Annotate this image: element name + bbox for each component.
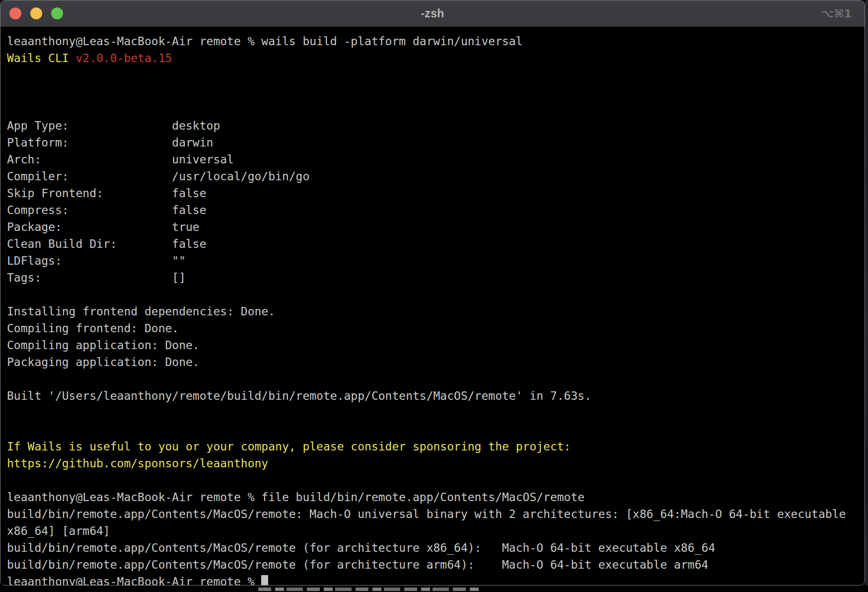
terminal-line: Built '/Users/leaanthony/remote/build/bi… — [7, 387, 865, 404]
terminal-text-segment: build/bin/remote.app/Contents/MacOS/remo… — [7, 541, 715, 554]
terminal-text-segment: https://github.com/sponsors/leaanthony — [7, 457, 268, 470]
terminal-line: If Wails is useful to you or your compan… — [7, 438, 865, 455]
terminal-line: Tags: [] — [7, 269, 865, 286]
terminal-text-segment: Packaging application: Done. — [7, 356, 200, 369]
terminal-text-segment: Compiler: /usr/local/go/bin/go — [7, 170, 309, 183]
terminal-line: Platform: darwin — [7, 134, 865, 151]
terminal-text-segment: leaanthony@Leas-MacBook-Air remote % fil… — [7, 491, 584, 504]
terminal-text-segment: leaanthony@Leas-MacBook-Air remote % wai… — [7, 35, 523, 48]
terminal-line: build/bin/remote.app/Contents/MacOS/remo… — [7, 539, 865, 556]
background-window-sliver-bottom — [0, 586, 868, 592]
terminal-text-segment: Package: true — [7, 221, 200, 233]
terminal-line: Wails CLI v2.0.0-beta.15 — [7, 50, 865, 67]
terminal-text-segment: Skip Frontend: false — [7, 187, 207, 200]
terminal-text-segment: build/bin/remote.app/Contents/MacOS/remo… — [7, 508, 846, 520]
terminal-line: leaanthony@Leas-MacBook-Air remote % fil… — [7, 489, 865, 506]
terminal-text-segment: x86_64] [arm64] — [7, 524, 110, 537]
terminal-line — [7, 404, 865, 421]
terminal-text-segment: Wails CLI — [7, 52, 75, 65]
desktop-background: -zsh ⌥⌘1 leaanthony@Leas-MacBook-Air rem… — [0, 0, 868, 592]
background-window-sliver-right — [865, 0, 868, 592]
terminal-text-segment: Compress: false — [7, 204, 207, 217]
window-title: -zsh — [0, 7, 865, 20]
terminal-line — [7, 286, 865, 303]
window-titlebar[interactable]: -zsh ⌥⌘1 — [0, 0, 865, 27]
terminal-line: https://github.com/sponsors/leaanthony — [7, 455, 865, 472]
terminal-text-segment: Platform: darwin — [7, 136, 213, 149]
terminal-text-segment: LDFlags: "" — [7, 254, 186, 267]
terminal-line: App Type: desktop — [7, 117, 865, 134]
terminal-window: -zsh ⌥⌘1 leaanthony@Leas-MacBook-Air rem… — [0, 0, 865, 586]
terminal-line: LDFlags: "" — [7, 252, 865, 269]
terminal-line — [7, 472, 865, 489]
traffic-lights — [9, 0, 63, 26]
terminal-line: Arch: universal — [7, 151, 865, 168]
terminal-text-segment: build/bin/remote.app/Contents/MacOS/remo… — [7, 558, 708, 571]
terminal-text-segment: Compiling frontend: Done. — [7, 322, 179, 335]
terminal-text-segment: Built '/Users/leaanthony/remote/build/bi… — [7, 389, 591, 402]
terminal-text-segment: Clean Build Dir: false — [7, 237, 207, 250]
close-button-icon[interactable] — [9, 7, 21, 19]
terminal-line: Compiler: /usr/local/go/bin/go — [7, 168, 865, 185]
terminal-text-segment: v2.0.0-beta.15 — [75, 52, 172, 65]
terminal-line: Skip Frontend: false — [7, 185, 865, 202]
terminal-line: x86_64] [arm64] — [7, 522, 865, 539]
terminal-text-segment: Installing frontend dependencies: Done. — [7, 305, 275, 318]
terminal-line — [7, 370, 865, 387]
terminal-text-segment: Tags: [] — [7, 271, 186, 284]
terminal-cursor — [261, 575, 268, 585]
terminal-text-segment: leaanthony@Leas-MacBook-Air remote % — [7, 575, 261, 585]
terminal-text-segment: Compiling application: Done. — [7, 339, 200, 352]
terminal-line: build/bin/remote.app/Contents/MacOS/remo… — [7, 506, 865, 522]
terminal-body[interactable]: leaanthony@Leas-MacBook-Air remote % wai… — [0, 27, 865, 585]
terminal-line: leaanthony@Leas-MacBook-Air remote % — [7, 573, 865, 585]
terminal-line: Compiling application: Done. — [7, 337, 865, 354]
terminal-text-segment: If Wails is useful to you or your compan… — [7, 440, 571, 453]
terminal-line: leaanthony@Leas-MacBook-Air remote % wai… — [7, 33, 865, 50]
terminal-text-segment: Arch: universal — [7, 153, 234, 166]
terminal-line — [7, 83, 865, 100]
terminal-line — [7, 100, 865, 117]
terminal-line: Compress: false — [7, 202, 865, 219]
terminal-text-segment: App Type: desktop — [7, 119, 220, 132]
tab-shortcut-label: ⌥⌘1 — [821, 0, 852, 26]
minimize-button-icon[interactable] — [30, 7, 42, 19]
terminal-line: Compiling frontend: Done. — [7, 320, 865, 337]
zoom-button-icon[interactable] — [51, 7, 63, 19]
terminal-line: build/bin/remote.app/Contents/MacOS/remo… — [7, 556, 865, 573]
terminal-line: Package: true — [7, 219, 865, 235]
terminal-line: Packaging application: Done. — [7, 354, 865, 370]
terminal-line — [7, 421, 865, 438]
obscured-background-text — [258, 588, 479, 591]
terminal-line: Clean Build Dir: false — [7, 235, 865, 252]
terminal-line — [7, 67, 865, 83]
terminal-line: Installing frontend dependencies: Done. — [7, 303, 865, 320]
